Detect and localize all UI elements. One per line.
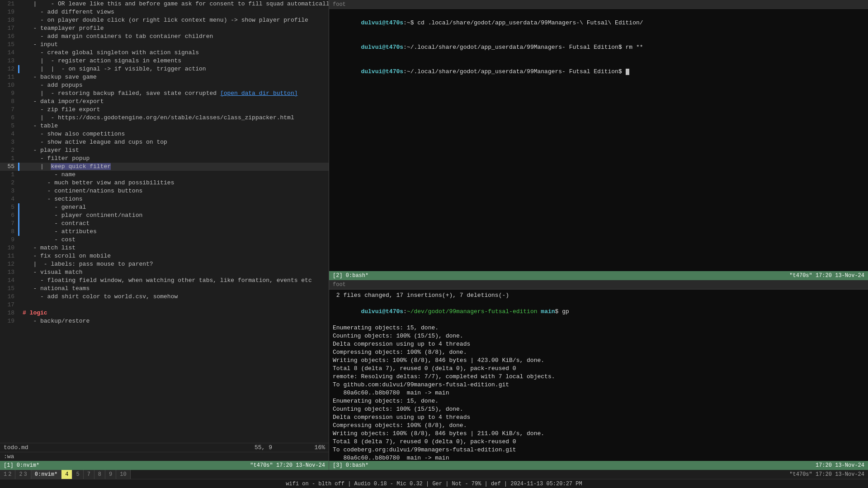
terminal-top-content: dulvui@t470s:~$ cd .local/share/godot/ap…: [329, 9, 868, 271]
line-content: - add different views: [21, 8, 114, 16]
editor-line: 7 - contract: [0, 220, 329, 228]
editor-line: 10 - match list: [0, 244, 329, 252]
terminal-line: Total 8 (delta 7), reused 0 (delta 0), p…: [333, 365, 864, 373]
tab-num: 1: [4, 471, 7, 478]
editor-line-current: 55 | keep quick filter: [0, 163, 329, 171]
line-content: - contract: [21, 220, 90, 228]
line-content: - input: [21, 41, 58, 49]
editor-tmux-bar: [1] 0:nvim* "t470s" 17:20 13-Nov-24: [0, 461, 329, 470]
vim-status-bar: todo.md 55, 9 16%: [0, 443, 329, 452]
line-number: 2: [0, 179, 18, 187]
tmux-tab-10[interactable]: 10: [116, 470, 130, 479]
line-number: 4: [0, 130, 18, 138]
line-content: - continent/nations buttons: [21, 187, 142, 195]
tab-label: 7: [87, 471, 90, 478]
editor-line: 14 - floating field window, when watchin…: [0, 277, 329, 285]
tmux-label: [2] 0:bash*: [333, 272, 368, 279]
line-content: | - restoring backup failed, save state …: [21, 89, 298, 98]
vim-position: 55, 9 16%: [255, 444, 325, 451]
terminal-line: 2 files changed, 17 insertions(+), 7 del…: [333, 291, 864, 300]
line-content: | - https://docs.godotengine.org/en/stab…: [21, 114, 294, 122]
tmux-tab-4[interactable]: 4: [61, 470, 72, 479]
prompt-sep: :~$ cd .local/share/godot/app_userdata/9…: [403, 19, 643, 26]
tmux-tab-2[interactable]: 2 3: [15, 470, 31, 479]
line-number: 6: [0, 114, 18, 122]
line-number: 3: [0, 187, 18, 195]
line-content: - data import/export: [21, 98, 104, 106]
terminal-bottom-title: foot: [329, 280, 868, 289]
tmux-time-label: "t470s" 17:20 13-Nov-24: [250, 462, 325, 469]
editor-line: 21 | - OR leave like this and before gam…: [0, 0, 329, 8]
tmux-tab-5[interactable]: 5: [72, 470, 83, 479]
line-number: 16: [0, 33, 18, 41]
terminal-line: Enumerating objects: 15, done.: [333, 397, 864, 405]
line-content: | - labels: pass mouse to parent?: [21, 260, 153, 268]
line-number: 16: [0, 293, 18, 301]
line-content: # logic: [21, 309, 47, 317]
line-number: 55: [0, 163, 18, 171]
tmux-right-info: "t470s" 17:20 13-Nov-24: [789, 471, 864, 478]
line-content: - fix scroll on mobile: [21, 252, 111, 260]
line-number: 18: [0, 16, 18, 24]
tmux-session-label: [1] 0:nvim*: [4, 462, 39, 469]
line-content: - backup/restore: [21, 317, 90, 325]
line-content: | - register action signals in elements: [21, 57, 181, 65]
tab-label: 5: [76, 471, 79, 478]
editor-line: 14 - create global singleton with action…: [0, 49, 329, 57]
line-content: - match list: [21, 244, 75, 252]
tab-label: 10: [120, 471, 126, 478]
line-number: 13: [0, 57, 18, 65]
line-number: 3: [0, 138, 18, 146]
line-content: | | - on signal -> if visible, trigger a…: [21, 65, 206, 73]
line-number: 8: [0, 98, 18, 106]
line-content: - visual match: [21, 268, 83, 277]
editor-line: 15 - national teams: [0, 285, 329, 293]
line-content: - table: [21, 122, 58, 130]
tmux-tabs-right: "t470s" 17:20 13-Nov-24: [786, 471, 868, 478]
tmux-tab-8[interactable]: 8: [94, 470, 105, 479]
editor-line: 16 - add margin containers to tab contai…: [0, 33, 329, 41]
terminal-line: Compressing objects: 100% (8/8), done.: [333, 348, 864, 357]
main-area: 21 | - OR leave like this and before gam…: [0, 0, 868, 470]
tmux-tab-9[interactable]: 9: [105, 470, 116, 479]
tmux-tab-7[interactable]: 7: [84, 470, 94, 479]
prompt-path: :~/.local/share/godot/app_userdata/99Man…: [403, 44, 643, 51]
tab-num: 2: [19, 471, 22, 478]
line-content: - add popups: [21, 81, 83, 89]
prompt-user: dulvui@t470s: [361, 19, 403, 26]
terminal-line: Delta compression using up to 4 threads: [333, 340, 864, 348]
line-number: 12: [0, 65, 18, 73]
prompt-user: dulvui@t470s: [361, 44, 403, 51]
line-content: - show active league and cups on top: [21, 138, 167, 146]
editor-line: 1 - name: [0, 171, 329, 179]
editor-line: 11 - backup save game: [0, 73, 329, 81]
tab-label: 3: [24, 471, 27, 478]
tab-label: 8: [98, 471, 101, 478]
tmux-tab-3[interactable]: 0:nvim*: [31, 470, 61, 479]
prompt-user: dulvui@t470s: [361, 68, 403, 75]
tmux-tabs-bar: 1 2 2 3 0:nvim* 4 5 7 8 9 10 "t470s" 17:…: [0, 470, 868, 479]
line-number: 11: [0, 73, 18, 81]
editor-line: 5 - general: [0, 203, 329, 211]
terminal-title-text: foot: [333, 1, 346, 8]
terminal-top-title: foot: [329, 0, 868, 9]
line-number: 2: [0, 146, 18, 155]
line-content: | keep quick filter: [21, 163, 111, 171]
line-number: 5: [0, 203, 18, 211]
line-content: - filter popup: [21, 155, 90, 163]
terminal-line: Writing objects: 100% (8/8), 846 bytes |…: [333, 357, 864, 365]
terminal-line: Enumerating objects: 15, done.: [333, 324, 864, 332]
line-number: 12: [0, 260, 18, 268]
line-number: 9: [0, 236, 18, 244]
line-content: - add margin containers to tab container…: [21, 33, 213, 41]
line-number: 4: [0, 195, 18, 203]
editor-line: 18 # logic: [0, 309, 329, 317]
editor-line: 17: [0, 301, 329, 309]
tmux-tab-1[interactable]: 1 2: [0, 470, 15, 479]
line-number: 6: [0, 211, 18, 220]
editor-pane: 21 | - OR leave like this and before gam…: [0, 0, 329, 470]
system-status-bar: wifi on - blth off | Audio 0.18 - Mic 0.…: [0, 479, 868, 488]
line-number: 17: [0, 24, 18, 33]
line-number: 9: [0, 89, 18, 98]
editor-line: 4 - sections: [0, 195, 329, 203]
